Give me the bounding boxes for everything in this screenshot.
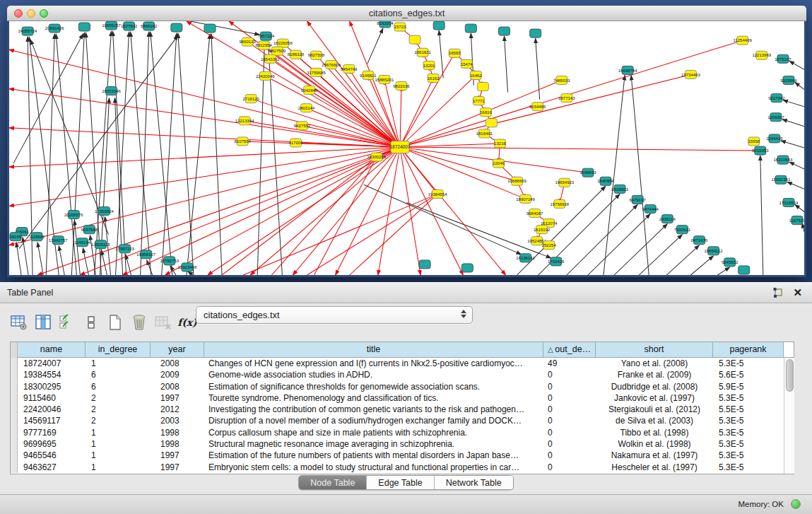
table-cell[interactable]: 1 [86,438,151,450]
table-cell[interactable]: 9777169 [18,427,86,438]
citation-edge-red[interactable] [123,147,400,275]
tab-network-table[interactable]: Network Table [434,476,513,489]
float-panel-icon[interactable] [772,287,784,298]
citation-edge-red[interactable] [310,90,400,147]
graph-node[interactable]: 9827509 [269,47,286,55]
table-cell[interactable]: Investigating the contribution of common… [204,404,543,415]
tab-node-table[interactable]: Node Table [299,476,366,489]
graph-node[interactable]: 9427552 [294,122,311,130]
citation-edge-black[interactable] [666,245,699,275]
graph-node[interactable]: 13216 [494,139,506,148]
table-cell[interactable]: 14569117 [18,415,86,426]
column-header-name[interactable]: name [18,342,86,358]
table-cell[interactable]: 5.3E-5 [713,427,784,438]
graph-node[interactable]: 12213344 [235,117,254,125]
table-row[interactable]: 1938455462009Genome-wide association stu… [11,369,784,380]
graph-node[interactable]: 31759685 [307,68,326,76]
citation-edge-red[interactable] [400,147,526,199]
graph-node[interactable]: 16816 [480,108,492,117]
graph-node[interactable]: 22046 [493,159,505,168]
citation-edge-red[interactable] [400,147,420,275]
table-cell[interactable]: 2 [86,415,151,426]
citation-edge-black[interactable] [101,250,107,275]
graph-node[interactable]: 2718120 [243,95,260,103]
graph-node[interactable] [498,27,510,35]
citation-edge-red[interactable] [80,147,400,275]
graph-node[interactable]: 17771 [473,97,485,105]
graph-node[interactable]: 7485033 [553,76,570,84]
citation-edge-black[interactable] [367,28,383,64]
table-cell[interactable]: 22420046 [18,404,86,415]
table-cell[interactable]: 1997 [151,392,204,404]
graph-node[interactable] [739,266,750,274]
hub-node[interactable]: 18724007 [389,141,410,153]
graph-node[interactable]: 2935114 [659,215,676,223]
graph-node[interactable]: 19734493 [681,70,700,78]
citation-edge-black[interactable] [30,40,108,235]
graph-node[interactable]: 1640954 [597,177,614,185]
table-cell[interactable]: Yano et al. (2008) [596,358,713,369]
graph-node[interactable]: 9474444 [642,204,659,213]
table-cell[interactable]: 1 [86,427,151,438]
graph-node[interactable]: 24055724 [18,27,37,35]
table-cell[interactable]: 1998 [151,427,204,438]
graph-node[interactable]: 20691406 [45,24,64,33]
graph-node[interactable] [486,119,497,127]
citation-edge-black[interactable] [795,82,804,89]
graph-node[interactable]: 1145194 [74,238,91,247]
table-cell[interactable]: 0 [543,392,596,404]
graph-node[interactable]: 8163304 [377,21,394,28]
table-cell[interactable]: Franke et al. (2009) [596,369,713,380]
table-cell[interactable]: Nakamura et al. (1997) [596,450,713,461]
graph-node[interactable]: 1699693 [579,168,596,177]
column-header-in_degree[interactable]: in_degree [86,342,151,358]
graph-node[interactable]: 10654112 [704,247,723,255]
citation-edge-black[interactable] [211,34,222,275]
table-cell[interactable]: Disruption of a novel member of a sodium… [204,415,543,426]
tab-edge-table[interactable]: Edge Table [366,476,433,489]
graph-node[interactable]: 1816461 [476,129,493,138]
table-cell[interactable]: 0 [543,450,596,461]
table-cell[interactable]: 1 [86,450,151,461]
citation-edge-red[interactable] [400,144,500,147]
citation-edge-black[interactable] [439,30,443,78]
graph-node[interactable]: 18226058 [273,39,293,47]
table-row[interactable]: 2242004622012Investigating the contribut… [11,404,784,415]
table-cell[interactable]: 6 [86,381,151,392]
table-cell[interactable]: 0 [543,427,596,438]
graph-node[interactable]: 9822036 [393,81,410,90]
table-cell[interactable]: 2009 [151,369,204,380]
citation-edge-black[interactable] [631,75,649,275]
graph-node[interactable] [465,24,476,33]
citation-edge-black[interactable] [639,235,682,275]
citation-edge-red[interactable] [400,74,690,147]
citation-edge-black[interactable] [787,182,804,189]
graph-node[interactable]: 9097588 [81,226,98,234]
graph-node[interactable]: 2803144 [298,104,315,112]
graph-node[interactable]: 1861631 [414,48,431,57]
table-cell[interactable]: 9699695 [18,438,86,450]
graph-node[interactable]: 1733426 [548,257,565,266]
citation-edge-black[interactable] [187,34,210,275]
citation-edge-black[interactable] [23,238,28,275]
citation-edge-red[interactable] [165,147,400,275]
table-cell[interactable]: 0 [543,381,596,392]
graph-node[interactable] [461,264,473,272]
citation-edge-black[interactable] [614,224,667,275]
graph-node[interactable]: 1115682 [29,233,45,241]
table-row[interactable]: 946554611997Estimation of the future num… [11,450,784,461]
window-titlebar[interactable]: citations_edges.txt [7,6,806,21]
citation-edge-black[interactable] [782,119,804,127]
graph-node[interactable]: 11254409 [734,36,753,45]
citation-edge-black[interactable] [690,256,713,275]
table-cell[interactable]: 0 [543,415,596,426]
citation-edge-black[interactable] [604,75,625,275]
table-cell[interactable]: 0 [543,462,596,473]
table-row[interactable]: 1872400712008Changes of HCN gene express… [11,358,784,369]
graph-node[interactable]: 13942757 [49,236,68,245]
table-cell[interactable]: Jankovic et al. (1997) [596,392,713,404]
graph-node[interactable]: 29676608 [322,60,341,69]
graph-node[interactable]: 16210643 [774,156,793,164]
table-cell[interactable]: 2 [86,404,151,415]
table-row[interactable]: 1830029562008Estimation of significance … [11,381,784,392]
